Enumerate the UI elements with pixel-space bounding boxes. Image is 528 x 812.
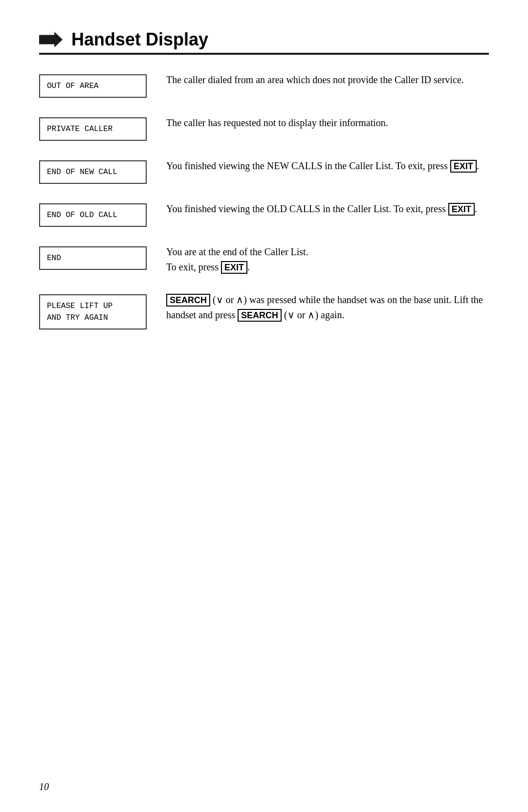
display-box-end-of-new-call: END OF NEW CALL bbox=[39, 160, 147, 184]
description-out-of-area: The caller dialed from an area which doe… bbox=[166, 72, 489, 88]
display-box-private-caller: PRIVATE CALLER bbox=[39, 117, 147, 141]
page-title: Handset Display bbox=[71, 29, 208, 50]
display-box-please-lift-up: PLEASE LIFT UPAND TRY AGAIN bbox=[39, 294, 147, 329]
search-key-2: SEARCH bbox=[238, 309, 282, 322]
description-end: You are at the end of the Caller List. T… bbox=[166, 244, 489, 275]
search-key-1: SEARCH bbox=[166, 294, 210, 307]
description-please-lift-up: SEARCH (∨ or ∧) was pressed while the ha… bbox=[166, 292, 489, 323]
header-arrow-icon bbox=[39, 32, 63, 47]
description-end-of-old-call: You finished viewing the OLD CALLS in th… bbox=[166, 201, 489, 217]
entry-end-of-old-call: END OF OLD CALL You finished viewing the… bbox=[39, 201, 489, 227]
exit-key-2: EXIT bbox=[448, 203, 475, 216]
exit-key-3: EXIT bbox=[221, 261, 247, 274]
entry-please-lift-up: PLEASE LIFT UPAND TRY AGAIN SEARCH (∨ or… bbox=[39, 292, 489, 329]
display-box-end-of-old-call: END OF OLD CALL bbox=[39, 203, 147, 227]
page-number: 10 bbox=[39, 781, 49, 792]
exit-key-1: EXIT bbox=[450, 160, 477, 173]
page-header: Handset Display bbox=[39, 29, 489, 50]
display-box-end: END bbox=[39, 246, 147, 270]
description-end-of-new-call: You finished viewing the NEW CALLS in th… bbox=[166, 158, 489, 174]
entry-out-of-area: OUT OF AREA The caller dialed from an ar… bbox=[39, 72, 489, 98]
entry-end: END You are at the end of the Caller Lis… bbox=[39, 244, 489, 275]
display-box-out-of-area: OUT OF AREA bbox=[39, 74, 147, 98]
description-private-caller: The caller has requested not to display … bbox=[166, 115, 489, 131]
entry-end-of-new-call: END OF NEW CALL You finished viewing the… bbox=[39, 158, 489, 184]
entry-private-caller: PRIVATE CALLER The caller has requested … bbox=[39, 115, 489, 141]
header-rule bbox=[39, 53, 489, 55]
